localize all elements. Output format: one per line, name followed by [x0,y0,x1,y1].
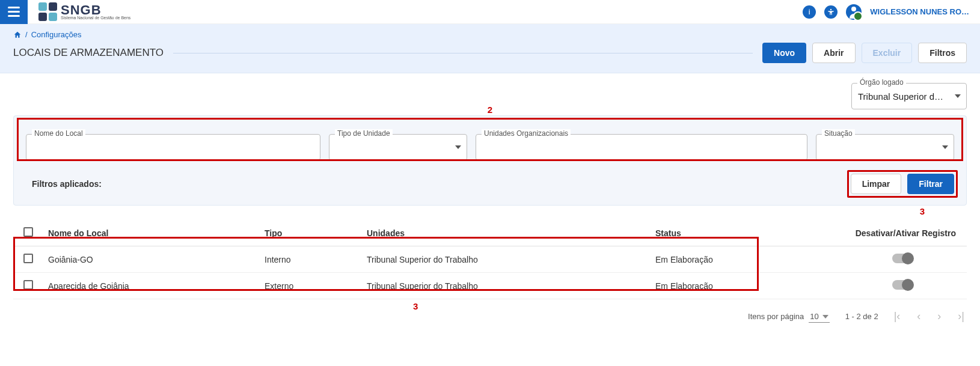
filtrar-button[interactable]: Filtrar [907,174,954,194]
th-tipo[interactable]: Tipo [260,220,362,246]
top-icons: i WIGLESSON NUNES RO… [803,4,969,20]
breadcrumb-sep: / [25,30,28,39]
content: Órgão logado Tribunal Superior do Tra… 2… [0,73,980,329]
breadcrumb: / Configurações [13,30,967,39]
th-nome[interactable]: Nome do Local [43,220,260,246]
home-icon[interactable] [13,31,22,39]
page-title: LOCAIS DE ARMAZENAMENTO [13,47,164,59]
logo[interactable]: SNGB Sistema Nacional de Gestão de Bens [38,2,130,21]
info-icon[interactable]: i [803,5,816,19]
row-checkbox[interactable] [23,254,33,263]
table-row[interactable]: Goiânia-GO Interno Tribunal Superior do … [13,246,967,273]
menu-toggle-button[interactable] [0,0,28,24]
cell-nome: Aparecida de Goiânia [43,273,260,299]
paginator: Itens por página 10 1 - 2 de 2 |‹ ‹ › ›| [13,310,967,323]
username-label[interactable]: WIGLESSON NUNES RO… [870,7,969,16]
th-unidades[interactable]: Unidades [362,220,651,246]
nome-local-input[interactable]: Nome do Local [26,134,320,160]
cell-tipo: Externo [260,273,362,299]
row-checkbox[interactable] [23,280,33,290]
situacao-label: Situação [822,129,855,138]
abrir-button[interactable]: Abrir [812,43,855,63]
logo-text: SNGB [61,4,130,17]
tipo-unidade-select[interactable]: Tipo de Unidade [329,134,467,160]
th-toggle: Desativar/Ativar Registro [771,220,967,246]
chevron-down-icon [942,145,948,149]
page-range: 1 - 2 de 2 [845,312,878,321]
cell-status: Em Elaboração [651,273,771,299]
unidades-org-input[interactable]: Unidades Organizacionais [476,134,807,160]
prev-page-button[interactable]: ‹ [917,310,920,323]
topbar: SNGB Sistema Nacional de Gestão de Bens … [0,0,980,24]
next-page-button[interactable]: › [937,310,941,323]
nome-local-label: Nome do Local [32,129,85,138]
th-status[interactable]: Status [651,220,771,246]
chevron-down-icon [455,145,461,149]
chevron-down-icon [955,94,961,98]
situacao-select[interactable]: Situação [816,134,954,160]
filtros-aplicados-label: Filtros aplicados: [26,179,102,189]
cell-nome: Goiânia-GO [43,246,260,273]
cell-unidades: Tribunal Superior do Trabalho [362,273,651,299]
cell-status: Em Elaboração [651,246,771,273]
novo-button[interactable]: Novo [762,43,806,63]
filter-panel: Nome do Local Tipo de Unidade Unidades O… [13,115,967,206]
first-page-button[interactable]: |‹ [894,310,901,323]
action-buttons: Novo Abrir Excluir Filtros [762,43,967,63]
cell-tipo: Interno [260,246,362,273]
chevron-down-icon [822,315,828,319]
filtros-button[interactable]: Filtros [918,43,967,63]
last-page-button[interactable]: ›| [958,310,964,323]
header-strip: / Configurações LOCAIS DE ARMAZENAMENTO … [0,24,980,73]
title-divider [173,53,753,53]
orgao-label: Órgão logado [857,78,906,87]
limpar-button[interactable]: Limpar [851,174,902,194]
annotation-3-right: 3 [920,206,925,216]
logo-subtitle: Sistema Nacional de Gestão de Bens [61,16,130,20]
accessibility-icon[interactable] [824,5,838,19]
user-avatar-icon[interactable] [846,4,862,20]
select-all-checkbox[interactable] [23,227,33,237]
excluir-button: Excluir [862,43,913,63]
tipo-unidade-label: Tipo de Unidade [335,129,393,138]
logo-icon [38,2,57,21]
hamburger-icon [8,11,20,13]
orgao-logado-select[interactable]: Órgão logado Tribunal Superior do Tra… [851,83,967,109]
svg-point-0 [830,8,831,10]
locais-table: Nome do Local Tipo Unidades Status Desat… [13,220,967,299]
unidades-org-label: Unidades Organizacionais [482,129,571,138]
items-per-page-label: Itens por página [748,312,804,321]
cell-unidades: Tribunal Superior do Trabalho [362,246,651,273]
page-size-select[interactable]: 10 [809,312,829,321]
breadcrumb-item-config[interactable]: Configurações [31,30,82,39]
orgao-value: Tribunal Superior do Tra… [858,91,946,102]
table-row[interactable]: Aparecida de Goiânia Externo Tribunal Su… [13,273,967,299]
row-toggle[interactable] [892,254,913,263]
row-toggle[interactable] [892,280,913,290]
